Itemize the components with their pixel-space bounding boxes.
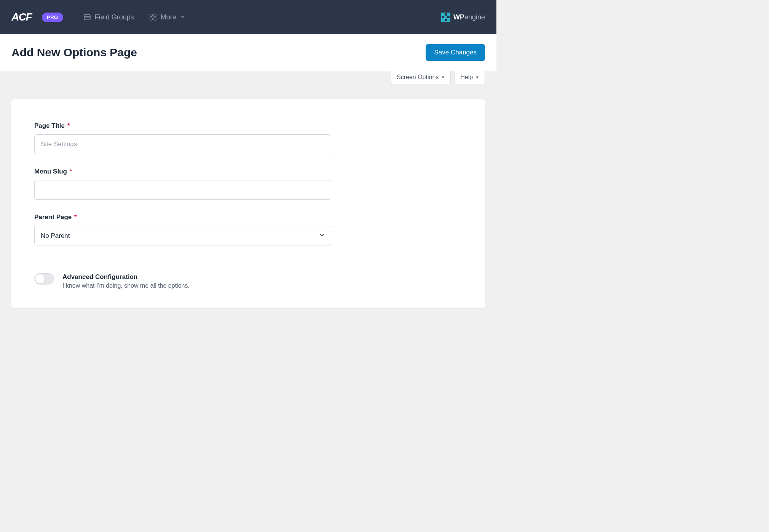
svg-rect-1	[84, 14, 90, 20]
screen-options-label: Screen Options	[397, 74, 439, 81]
nav-more[interactable]: More	[149, 13, 185, 21]
page-title-label: Page Title *	[34, 122, 462, 130]
form-card: Page Title * Menu Slug * Parent Page * N…	[11, 99, 485, 308]
parent-page-select[interactable]: No Parent	[34, 226, 331, 245]
menu-slug-input[interactable]	[34, 180, 331, 200]
help-tab[interactable]: Help ▼	[455, 71, 485, 84]
field-parent-page: Parent Page * No Parent	[34, 213, 462, 245]
screen-options-tab[interactable]: Screen Options ▼	[391, 71, 451, 84]
advanced-config-description: I know what I'm doing, show me all the o…	[62, 282, 190, 289]
required-asterisk: *	[72, 213, 77, 221]
parent-page-label: Parent Page *	[34, 213, 462, 221]
layers-icon	[83, 13, 91, 21]
triangle-down-icon: ▼	[475, 75, 479, 80]
nav-items: Field Groups More	[83, 13, 185, 21]
wpengine-mark-icon	[441, 13, 450, 22]
acf-logo[interactable]: ACF PRO	[11, 11, 63, 23]
meta-tabs: Screen Options ▼ Help ▼	[0, 71, 496, 84]
nav-more-label: More	[161, 13, 176, 21]
divider	[34, 260, 462, 260]
nav-field-groups[interactable]: Field Groups	[83, 13, 134, 21]
advanced-config-text: Advanced Configuration I know what I'm d…	[62, 273, 190, 289]
acf-logo-text: ACF	[11, 11, 38, 23]
field-page-title: Page Title *	[34, 122, 462, 154]
nav-field-groups-label: Field Groups	[95, 13, 134, 21]
triangle-down-icon: ▼	[441, 75, 445, 80]
help-label: Help	[460, 74, 473, 81]
advanced-config-row: Advanced Configuration I know what I'm d…	[34, 273, 462, 289]
topbar-left: ACF PRO Field Groups	[11, 11, 185, 23]
advanced-config-toggle[interactable]	[34, 273, 54, 285]
required-asterisk: *	[68, 168, 72, 175]
toggle-knob	[35, 274, 45, 284]
advanced-config-title: Advanced Configuration	[62, 273, 190, 281]
svg-rect-7	[154, 18, 156, 20]
top-navbar: ACF PRO Field Groups	[0, 0, 496, 34]
chevron-down-icon	[180, 13, 185, 21]
page-header: Add New Options Page Save Changes	[0, 34, 496, 71]
pro-badge: PRO	[42, 13, 63, 22]
page-title-input[interactable]	[34, 134, 331, 154]
wpengine-text: WPengine	[453, 13, 485, 21]
field-menu-slug: Menu Slug *	[34, 168, 462, 200]
grid-icon	[149, 13, 157, 21]
wpengine-logo[interactable]: WPengine	[441, 13, 485, 22]
menu-slug-label: Menu Slug *	[34, 168, 462, 175]
svg-rect-4	[150, 14, 152, 16]
save-changes-button[interactable]: Save Changes	[426, 44, 485, 61]
svg-text:ACF: ACF	[11, 11, 32, 23]
svg-rect-6	[150, 18, 152, 20]
required-asterisk: *	[65, 122, 70, 129]
page-title: Add New Options Page	[11, 46, 137, 59]
svg-rect-5	[154, 14, 156, 16]
